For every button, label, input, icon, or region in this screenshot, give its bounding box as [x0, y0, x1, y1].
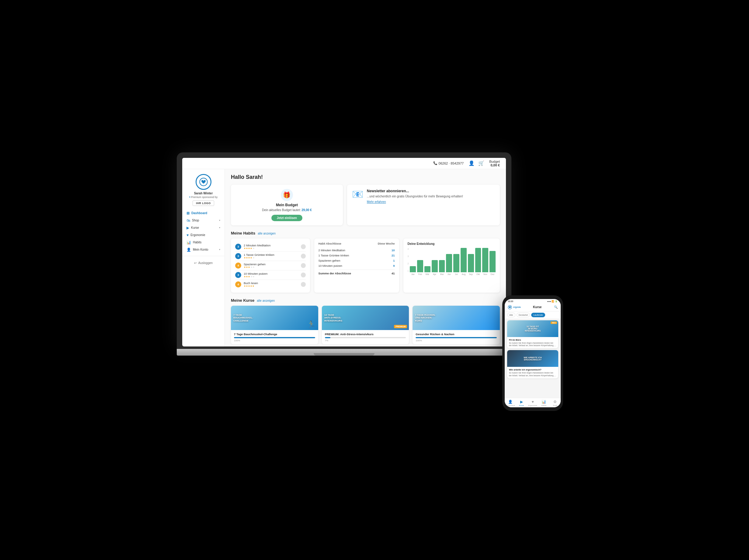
newsletter-text: ...und wöchentlich ein gratis Übungsvide…	[367, 194, 463, 199]
kurse-section-header: Meine Kurse alle anzeigen	[231, 298, 500, 303]
phone-tab-alle[interactable]: Alle	[507, 313, 515, 317]
chevron-down-icon-2: ▾	[219, 226, 220, 229]
user-icon[interactable]: 👤	[469, 160, 475, 166]
chevron-down-icon: ▾	[219, 219, 220, 222]
habit-stars-5: ★★★★★	[244, 285, 298, 287]
nav-mein-konto[interactable]: 👤 Mein Konto ▾	[182, 246, 224, 253]
phone-nav-profil[interactable]: ⚙ Profil	[550, 400, 561, 406]
phone-nav-kurse[interactable]: ▶ Kurse	[516, 400, 527, 406]
einloesen-button[interactable]: Jetzt einlösen	[271, 215, 302, 221]
phone-signal: ●●● 📶 🔋	[547, 300, 558, 303]
main-content: Hallo Sarah! 🎁 Mein Budget Dein aktuelle…	[225, 169, 506, 346]
konto-icon: 👤	[187, 247, 191, 252]
phone-nav-ergonomie[interactable]: ♥ Ergonomie	[527, 400, 538, 406]
phone-nav-profil-label: Profil	[553, 405, 557, 406]
logout-label: Ausloggen	[198, 261, 213, 265]
newsletter-card: 📧 Newsletter abonnieren... ...und wöchen…	[347, 185, 500, 225]
gift-icon: 🎁	[281, 189, 293, 201]
phone-search-icon[interactable]: 🔍	[554, 305, 558, 309]
phone-kurs-card-2[interactable]: WIE ARBEITE ICHERGONOMISCH? Wie arbeite …	[507, 350, 558, 379]
bar-jun	[446, 254, 452, 272]
kurs-progress-text-3: 100%	[415, 339, 497, 342]
nav-konto-label: Mein Konto	[193, 248, 208, 251]
nav-kurse[interactable]: ▶ Kurse ▾	[182, 224, 224, 232]
habit-name-1: 2 Minuten Meditation	[244, 244, 298, 247]
habit-name-3: Spazieren gehen	[244, 262, 298, 266]
habit-stars-4: ★★★★★	[244, 275, 298, 278]
phone-kurs-card-1[interactable]: 10 TAGE FITIM BÜROINTENSIVKURS NEU Fit i…	[507, 320, 558, 349]
bar-okt	[475, 248, 481, 272]
kurs-image-3: 7 TAGE RÜCKEN-UND NACKEN-KURS	[412, 306, 500, 330]
bar-feb	[417, 260, 423, 272]
table-row-4: 10 Minuten putzen 9	[319, 263, 395, 268]
table-label-2: 1 Tasse Grüntee trinken	[319, 254, 349, 257]
habits-all-link[interactable]: alle anzeigen	[258, 232, 276, 235]
app-body: Sarah Winter Premium sponsored by IHR LO…	[182, 169, 506, 346]
kurse-all-link[interactable]: alle anzeigen	[257, 299, 275, 302]
bar-dez	[490, 251, 496, 272]
kurs-info-3: Gesunder Rücken & Nacken 100%	[412, 330, 500, 344]
phone-nav-habits[interactable]: 📊 Habits	[538, 400, 550, 406]
laptop-screen: 📞 06262 · 8542977 👤 🛒 Budget 0,00 €	[182, 158, 506, 346]
habit-number-2: 3	[235, 253, 241, 259]
phone-kurs-name-2: Wie arbeite ich ergonomisch?	[509, 368, 556, 371]
nav-ergonomie[interactable]: ♥ Ergonomie	[182, 232, 224, 239]
header-budget: Budget 0,00 €	[489, 160, 500, 167]
shop-icon: 🛍	[187, 218, 190, 223]
habit-info-3: Spazieren gehen ★★★★★	[244, 262, 298, 268]
habit-item-5: 4 Buch lesen ★★★★★	[235, 280, 306, 289]
habit-check-4	[301, 273, 306, 277]
kurs-name-2: PREMIUM: Anti-Stress-Intensivkurs	[325, 332, 406, 336]
habit-stars-1: ★★★★★	[244, 247, 298, 250]
cart-icon[interactable]: 🛒	[478, 160, 484, 166]
phone-tab-gestartet[interactable]: Gestartet	[517, 313, 530, 317]
phone-nav-account[interactable]: 👤 Ihr Account	[505, 400, 516, 406]
scene: 📞 06262 · 8542977 👤 🛒 Budget 0,00 €	[162, 140, 587, 420]
kurs-progress-fill-1	[234, 337, 315, 338]
newsletter-link[interactable]: Mehr erfahren	[367, 200, 386, 203]
table-count-2: 21	[391, 254, 395, 257]
kurs-progress-bar-3	[415, 337, 497, 338]
chart-container: 4 3 2 1	[408, 248, 496, 275]
kurs-card-2[interactable]: 14 TAGEANTI-STRESS-INTENSIVKURS PREMIUM …	[322, 306, 409, 344]
kurse-cards: 7 TAGEBAUCHMUSKEL-CHALLENGE 🏃 7 Tage Bau…	[231, 306, 500, 344]
bar-jul	[453, 254, 459, 272]
logout-icon: ↩	[194, 261, 196, 265]
nav-habits[interactable]: 📊 Habits	[182, 239, 224, 246]
phone-tabs: Alle Gestartet Laufende	[505, 311, 561, 319]
phone-header: ergesia Kurse 🔍	[505, 304, 561, 311]
logout-button[interactable]: ↩ Ausloggen	[190, 260, 217, 266]
habit-number-5: 4	[235, 281, 241, 287]
table-row-2: 1 Tasse Grüntee trinken 21	[319, 253, 395, 258]
phone-screen: 12:23 ●●● 📶 🔋 ergesia Kurse 🔍	[505, 299, 561, 407]
laptop: 📞 06262 · 8542977 👤 🛒 Budget 0,00 €	[177, 152, 511, 356]
phone-tab-laufende[interactable]: Laufende	[531, 313, 545, 317]
kurs-progress-fill-2	[325, 337, 331, 338]
budget-title: Mein Budget	[276, 203, 298, 207]
kurs-progress-bar-1	[234, 337, 315, 338]
habit-name-2: 1 Tasse Grüntee trinken	[244, 253, 298, 256]
habits-table-card: Habit Abschlüsse Diese Woche 2 Minuten M…	[314, 238, 399, 293]
table-label-3: Spazieren gehen	[319, 259, 340, 262]
newsletter-title: Newsletter abonnieren...	[367, 189, 463, 193]
kurs-name-3: Gesunder Rücken & Nacken	[415, 332, 497, 336]
ergonomie-icon: ♥	[187, 233, 189, 237]
nav-ergonomie-label: Ergonomie	[190, 233, 205, 237]
logo-button[interactable]: IHR LOGO	[193, 200, 214, 206]
habit-item-4: 3 10 Minuten putzen ★★★★★	[235, 271, 306, 280]
table-count-3: 1	[393, 259, 394, 262]
table-row-3: Spazieren gehen 1	[319, 258, 395, 263]
nav-shop[interactable]: 🛍 Shop ▾	[182, 217, 224, 224]
phone-nav-ergonomie-icon: ♥	[532, 400, 534, 404]
kurs-overlay-2: 14 TAGEANTI-STRESS-INTENSIVKURS	[324, 313, 343, 322]
phone-kurs-text-2: WIE ARBEITE ICHERGONOMISCH?	[523, 357, 542, 361]
phone-number: 06262 · 8542977	[439, 161, 464, 165]
chevron-down-icon-3: ▾	[219, 248, 220, 251]
phone-brand: ergesia	[513, 306, 521, 308]
kurs-image-1: 7 TAGEBAUCHMUSKEL-CHALLENGE 🏃	[231, 306, 318, 330]
phone-nav-habits-icon: 📊	[541, 400, 546, 404]
nav-dashboard[interactable]: ⊞ Dashboard	[182, 210, 224, 217]
kurs-card-1[interactable]: 7 TAGEBAUCHMUSKEL-CHALLENGE 🏃 7 Tage Bau…	[231, 306, 318, 344]
kurs-card-3[interactable]: 7 TAGE RÜCKEN-UND NACKEN-KURS Gesunder R…	[412, 306, 500, 344]
kurs-overlay-3: 7 TAGE RÜCKEN-UND NACKEN-KURS	[415, 313, 435, 322]
